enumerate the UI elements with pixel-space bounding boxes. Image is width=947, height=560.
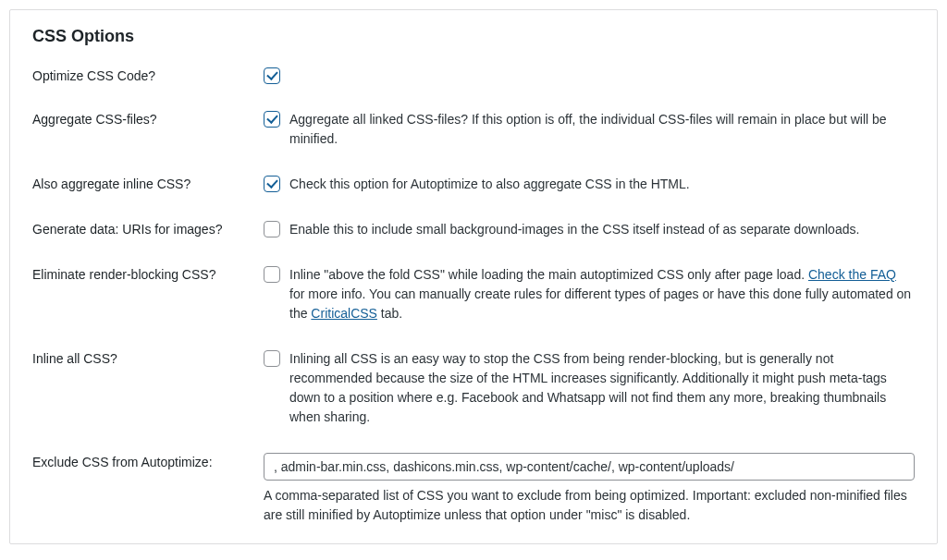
- inline-all-label: Inline all CSS?: [32, 349, 264, 366]
- css-options-panel: CSS Options Optimize CSS Code? Aggregate…: [9, 9, 938, 544]
- exclude-css-label: Exclude CSS from Autoptimize:: [32, 453, 264, 469]
- render-blocking-label: Eliminate render-blocking CSS?: [32, 265, 264, 282]
- check-faq-link[interactable]: Check the FAQ: [808, 267, 896, 282]
- render-blocking-checkbox[interactable]: [264, 266, 280, 283]
- aggregate-css-checkbox[interactable]: [264, 111, 280, 128]
- optimize-css-label: Optimize CSS Code?: [32, 67, 264, 83]
- inline-all-description: Inlining all CSS is an easy way to stop …: [289, 349, 915, 427]
- data-uri-label: Generate data: URIs for images?: [32, 220, 264, 237]
- criticalcss-link[interactable]: CriticalCSS: [311, 306, 377, 321]
- data-uri-description: Enable this to include small background-…: [289, 220, 859, 239]
- aggregate-inline-description: Check this option for Autoptimize to als…: [289, 175, 690, 194]
- aggregate-css-label: Aggregate CSS-files?: [32, 110, 264, 127]
- aggregate-inline-label: Also aggregate inline CSS?: [32, 175, 264, 191]
- exclude-css-input[interactable]: [264, 453, 915, 481]
- row-data-uri: Generate data: URIs for images? Enable t…: [32, 220, 915, 239]
- exclude-css-help: A comma-separated list of CSS you want t…: [264, 486, 915, 525]
- aggregate-css-description: Aggregate all linked CSS-files? If this …: [289, 110, 915, 149]
- render-blocking-desc-post: tab.: [377, 306, 402, 321]
- render-blocking-desc-pre: Inline "above the fold CSS" while loadin…: [289, 267, 808, 282]
- aggregate-inline-checkbox[interactable]: [264, 176, 280, 192]
- row-render-blocking: Eliminate render-blocking CSS? Inline "a…: [32, 265, 915, 323]
- optimize-css-checkbox[interactable]: [264, 67, 280, 84]
- data-uri-checkbox[interactable]: [264, 221, 280, 237]
- inline-all-checkbox[interactable]: [264, 350, 280, 367]
- row-exclude-css: Exclude CSS from Autoptimize: A comma-se…: [32, 453, 915, 525]
- row-inline-all: Inline all CSS? Inlining all CSS is an e…: [32, 349, 915, 427]
- section-title: CSS Options: [32, 27, 915, 46]
- row-aggregate-inline-css: Also aggregate inline CSS? Check this op…: [32, 175, 915, 194]
- row-aggregate-css: Aggregate CSS-files? Aggregate all linke…: [32, 110, 915, 149]
- render-blocking-description: Inline "above the fold CSS" while loadin…: [289, 265, 915, 323]
- row-optimize-css: Optimize CSS Code?: [32, 67, 915, 84]
